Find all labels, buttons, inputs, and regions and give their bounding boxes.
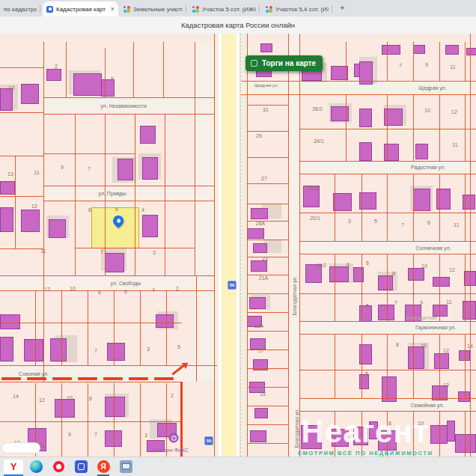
street-label: Благодатная ул. xyxy=(294,409,299,448)
building xyxy=(378,305,394,320)
street-label: Союзная ул. xyxy=(19,371,49,376)
taskbar: YЯ xyxy=(0,457,476,476)
building xyxy=(415,144,428,159)
street-label: Щедрая ул. xyxy=(254,83,278,88)
taskbar-app-yandex-browser-icon[interactable]: Y xyxy=(4,460,23,474)
parcel-number: 9 xyxy=(61,165,64,170)
parcel-number: 15 xyxy=(260,391,266,397)
parcel-number: 2 xyxy=(171,393,174,398)
tab-favicon xyxy=(266,6,272,13)
parcel-number: 12 xyxy=(39,397,45,403)
parcel-number: 10 xyxy=(67,395,73,400)
parcel-number: 10 xyxy=(418,421,424,426)
new-tab-button[interactable]: + xyxy=(338,4,347,13)
parcel-number: 7 xyxy=(399,63,402,68)
building xyxy=(359,142,372,161)
parcel-number: 12 xyxy=(449,267,455,272)
road-number-badge: 50 xyxy=(228,281,237,290)
building xyxy=(140,126,156,144)
building xyxy=(46,69,61,81)
building xyxy=(21,84,39,104)
tab-favicon xyxy=(46,6,53,13)
tab-close-icon[interactable]: × xyxy=(111,5,115,13)
building xyxy=(247,228,264,239)
parcel-number: 26А xyxy=(256,221,265,226)
building xyxy=(105,397,125,417)
parcel-number: 5 xyxy=(365,371,368,376)
parcel-number: 9 xyxy=(425,62,428,67)
building xyxy=(55,399,75,418)
building xyxy=(369,421,378,439)
tab-favicon xyxy=(192,6,199,13)
parcel-number: 14 xyxy=(467,344,473,349)
building xyxy=(458,391,470,402)
building xyxy=(359,374,369,389)
building xyxy=(384,144,399,161)
tab-label: Земельные участки в Ро xyxy=(133,6,183,13)
taskbar-app-yandex-icon[interactable]: Я xyxy=(97,460,110,473)
browser-tab-0[interactable]: по кадастровому н xyxy=(0,1,40,16)
street-label: Гармоничная ул. xyxy=(415,325,456,330)
taskbar-app-edge-icon[interactable] xyxy=(29,460,43,473)
street-label: Благодатная ул. xyxy=(292,276,297,316)
building xyxy=(434,353,449,369)
parcel-number: 27 xyxy=(261,176,267,181)
browser-tab-1[interactable]: Кадастровая карта Ро× xyxy=(43,1,118,16)
taskbar-app-opera-icon[interactable] xyxy=(52,460,65,473)
taskbar-app-files-app-icon[interactable] xyxy=(119,460,132,473)
parcel-number: 4 xyxy=(141,207,144,213)
parcel-number: 8 xyxy=(98,290,101,295)
tab-label: по кадастровому н xyxy=(4,6,37,13)
parcel-number: 12 xyxy=(31,204,37,209)
building xyxy=(260,43,272,52)
browser-tab-4[interactable]: Участок 5,4 сот. (ИЖС) на xyxy=(262,1,332,16)
building xyxy=(254,408,268,418)
parcel-number: 22/2 xyxy=(308,186,319,191)
street-label: Солнечная ул. xyxy=(416,245,451,251)
parcel-number: 11 xyxy=(454,222,459,228)
building xyxy=(301,425,322,449)
parcel-number: 21А xyxy=(259,275,268,281)
building xyxy=(0,181,15,195)
parcel-number: 26/2 xyxy=(312,106,323,112)
browser-tab-2[interactable]: Земельные участки в Ро xyxy=(120,1,186,16)
building xyxy=(101,79,115,97)
building xyxy=(408,347,424,369)
parcel-number: 16/2 xyxy=(316,263,326,268)
tab-label: Участок 5 сот. (ИЖС) на п xyxy=(202,6,256,13)
parcel-number: 8 xyxy=(388,421,391,426)
taskbar-app-photos-app-icon[interactable] xyxy=(74,460,88,473)
tab-label: Участок 5,4 сот. (ИЖС) на xyxy=(275,6,329,13)
parcel-number: 5 xyxy=(366,303,369,308)
parcel-number: 10 xyxy=(421,263,427,269)
building xyxy=(49,219,66,238)
building xyxy=(455,434,476,453)
parcel-number: 11 xyxy=(34,170,39,175)
cadastral-map[interactable]: ул. Независимостиул. Правдыул. СвободыСо… xyxy=(0,34,476,457)
parcel-number: 7 xyxy=(100,249,103,254)
shop-poi-icon[interactable] xyxy=(169,433,179,443)
highlighted-parcel[interactable] xyxy=(91,207,139,248)
parcel-number: 7 xyxy=(394,300,397,305)
building xyxy=(433,277,450,287)
parcel-number: 2 xyxy=(55,64,58,69)
parcel-number: 6 xyxy=(115,207,118,212)
parcel-number: 17 xyxy=(258,348,264,353)
building xyxy=(413,189,430,211)
building xyxy=(359,109,372,127)
parcel-number: 11 xyxy=(40,248,46,254)
building xyxy=(413,45,425,54)
parcel-number: 6 xyxy=(366,260,369,266)
torgi-na-karte-button[interactable]: Торги на карте xyxy=(245,55,323,71)
browser-tab-3[interactable]: Участок 5 сот. (ИЖС) на п xyxy=(189,1,260,16)
parcel-number: 5 xyxy=(111,76,114,82)
parcel-number: 8 xyxy=(392,271,395,276)
parcel-number: 6 xyxy=(427,220,430,225)
parcel-number: 8 xyxy=(88,207,91,213)
building xyxy=(105,253,124,272)
building xyxy=(253,243,267,253)
parcel-number: 11 xyxy=(446,299,451,305)
building xyxy=(436,189,451,210)
boundary-line-vertical xyxy=(180,382,183,457)
parcel-number: 20/1 xyxy=(310,216,320,221)
